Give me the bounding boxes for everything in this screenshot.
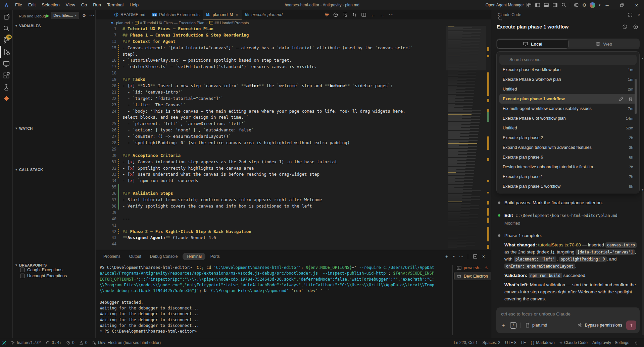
start-debug-button[interactable]: ▶ (45, 13, 51, 18)
close-panel-icon[interactable]: × (482, 254, 485, 259)
session-item[interactable]: Expand Amagon tutorial with advanced fea… (499, 142, 637, 152)
session-item[interactable]: Untitled52m (499, 123, 637, 133)
activity-search[interactable] (0, 22, 13, 34)
diff-icon[interactable] (352, 12, 357, 17)
status-lf[interactable]: LF (519, 338, 528, 347)
activity-scm[interactable]: 18 (0, 34, 13, 46)
minimize-button[interactable]: ─ (600, 0, 614, 10)
tab-local[interactable]: Local (497, 39, 568, 49)
activity-debug[interactable] (0, 46, 13, 58)
status-markdown[interactable]: { }Markdown (528, 338, 557, 347)
tab-plan.md[interactable]: M↓plan.mdM× (203, 10, 241, 19)
layout-panel-icon[interactable] (544, 2, 549, 8)
open-in-editor-icon[interactable] (628, 12, 633, 17)
search-icon[interactable] (561, 2, 566, 8)
bypass-permissions-toggle[interactable]: Bypass permissions (577, 323, 622, 328)
maximize-panel-icon[interactable] (473, 254, 478, 259)
checkbox-unchecked[interactable] (20, 274, 25, 278)
session-item[interactable]: Execute Phase 6 of workflow plan14m (499, 113, 637, 123)
section-variables[interactable]: ▼VARIABLES (13, 22, 96, 29)
terminal-item-develectron[interactable]: Dev: Electron (454, 272, 491, 280)
menu-help[interactable]: Help (127, 1, 142, 9)
new-terminal-icon[interactable]: ＋ (444, 253, 449, 259)
activity-remote[interactable] (0, 58, 13, 69)
breadcrumb-item[interactable]: # Tutorial UX Fixes — Execution Plan (140, 21, 204, 25)
session-scrollbar[interactable] (635, 79, 637, 114)
new-session-icon[interactable] (633, 24, 638, 30)
status-utf-8[interactable]: UTF-8 (503, 338, 519, 347)
rename-pencil-icon[interactable] (618, 96, 624, 102)
layout-sidebar-left-icon[interactable] (535, 2, 540, 8)
status-spaces-2[interactable]: Spaces: 2 (480, 338, 503, 347)
status-antigravity-settings[interactable]: Antigravity - Settings (590, 338, 632, 347)
history-clock-icon[interactable] (622, 24, 628, 30)
session-item[interactable]: Execute phase 4 workflow plan1m (499, 65, 637, 74)
more-actions-icon[interactable]: ⋯ (89, 12, 94, 19)
editor-content[interactable]: 1# Tutorial UX Fixes — Execution Plan7##… (96, 26, 446, 250)
launch-config-select[interactable]: Dev: Elec...▾ (51, 12, 79, 19)
activity-extensions[interactable] (0, 69, 13, 81)
close-window-button[interactable]: × (629, 0, 644, 10)
panel-tab-debug-console[interactable]: Debug Console (146, 253, 182, 260)
session-item[interactable]: Untitled2m (499, 84, 637, 94)
tab-PublisherExtension.ts[interactable]: TSPublisherExtension.ts (149, 10, 203, 19)
layout-sidebar-right-icon[interactable] (552, 2, 558, 8)
menu-file[interactable]: File (12, 1, 25, 9)
attach-plus-icon[interactable]: ＋ (500, 322, 506, 329)
more-actions-icon[interactable]: ⋯ (459, 254, 463, 259)
menu-edit[interactable]: Edit (25, 1, 39, 9)
chevron-down-icon[interactable]: ▾ (453, 255, 455, 258)
breadcrumb-item[interactable]: ## Handoff Prompts (214, 21, 249, 25)
swirl-icon[interactable] (333, 12, 338, 17)
session-item[interactable]: Execute plan phase 1 workflow (499, 94, 637, 104)
status-0-4-[interactable]: 0↓ 4↑ (43, 338, 64, 347)
more-actions-icon[interactable]: ⋯ (389, 12, 394, 18)
breakpoint-row[interactable]: Caught Exceptions (20, 268, 62, 272)
menu-go[interactable]: Go (78, 1, 90, 9)
close-panel-icon[interactable]: × (638, 12, 640, 17)
status-0[interactable]: 0 (77, 338, 90, 347)
minimap[interactable] (446, 26, 486, 250)
breadcrumb[interactable]: M↓plan.md›# Tutorial UX Fixes — Executio… (96, 19, 491, 26)
gear-icon[interactable]: ⚙ (582, 2, 587, 8)
menu-selection[interactable]: Selection (39, 1, 62, 9)
session-item[interactable]: Execute plan phase 1 workflow8h (499, 181, 637, 191)
session-item[interactable]: Fix multi-agent workflow canvas usabilit… (499, 104, 637, 113)
session-item[interactable]: Execute plan phase 66h (499, 152, 637, 162)
session-item[interactable]: Execute plan phase 17h (499, 172, 637, 181)
terminal-item-powersh[interactable]: powersh...⚠ (454, 264, 491, 272)
status-feature-1-7-0-[interactable]: feature/1.7.0* (8, 338, 43, 347)
overview-ruler[interactable] (486, 26, 491, 250)
split-icon[interactable] (361, 12, 366, 17)
file-link[interactable]: tutorialSteps.ts:70-80 (538, 242, 581, 247)
open-agent-manager-button[interactable]: Open Agent Manager (486, 2, 532, 8)
checkbox-unchecked[interactable] (20, 268, 25, 272)
section-watch[interactable]: ▼WATCH (13, 125, 96, 132)
breakpoint-row[interactable]: Uncaught Exceptions (20, 274, 67, 278)
session-item[interactable]: Execute Phase 2 workflow plan1m (499, 74, 637, 84)
activity-testing[interactable] (0, 81, 13, 93)
scroll-up-icon[interactable]: ▲ (641, 57, 644, 60)
panel-tab-output[interactable]: Output (126, 253, 145, 260)
attached-file-chip[interactable]: plan.md (525, 323, 547, 328)
navigate-forward-icon[interactable]: → (380, 12, 385, 18)
menu-run[interactable]: Run (90, 1, 104, 9)
breadcrumb-item[interactable]: plan.md (116, 21, 130, 25)
panel-tab-problems[interactable]: Problems (100, 253, 124, 260)
status-0[interactable]: 0 (64, 338, 77, 347)
chat-input-box[interactable]: ctrl esc to focus or unfocus Claude ＋ / … (496, 307, 640, 333)
slash-commands-icon[interactable]: / (510, 322, 516, 329)
session-item[interactable]: Design interactive onboarding tutorial f… (499, 162, 637, 172)
status-remote[interactable]: ⤫ (0, 338, 8, 347)
panel-tab-terminal[interactable]: Terminal (183, 253, 205, 260)
terminal-output[interactable]: PS C:\Development\hoarses-html-editor> C… (100, 265, 449, 337)
restore-button[interactable] (614, 0, 629, 10)
status-dev-electron-hoarses-htm[interactable]: Dev: Electron (hoarses-html-editor) (90, 338, 163, 347)
menu-terminal[interactable]: Terminal (104, 1, 127, 9)
tab-web[interactable]: Web (568, 39, 639, 49)
status-claude-code[interactable]: ✳Claude Code (557, 338, 590, 347)
section-call-stack[interactable]: ▼CALL STACK (13, 166, 96, 173)
antigravity-logo-icon[interactable] (574, 2, 579, 8)
tab-execute-plan.md[interactable]: M↓execute-plan.md (242, 10, 286, 19)
close-tab-icon[interactable]: × (236, 12, 238, 17)
